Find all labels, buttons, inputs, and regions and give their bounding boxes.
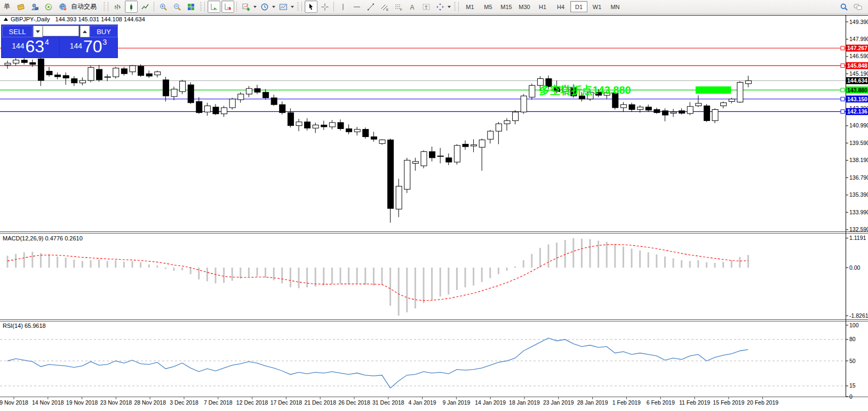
text-label-button[interactable]: T: [420, 1, 433, 13]
toolbar-grip: [454, 2, 456, 12]
auto-scroll-button[interactable]: [208, 1, 220, 13]
highlight-rectangle[interactable]: [696, 86, 731, 94]
rsi-axis-label: 50: [849, 358, 856, 364]
date-label: 12 Dec 2018: [236, 399, 268, 406]
spin-up-icon: [83, 30, 87, 33]
toolbar-grip: [103, 2, 105, 12]
line-handle[interactable]: [841, 64, 845, 68]
timeframe-m15[interactable]: M15: [498, 1, 515, 12]
vertical-line-button[interactable]: [337, 1, 349, 13]
date-label: 18 Jan 2019: [509, 399, 540, 406]
candle: [238, 94, 244, 99]
candle: [671, 112, 676, 113]
candlestick-chart-button[interactable]: [125, 1, 138, 13]
templates-button[interactable]: [277, 1, 290, 13]
experts-button[interactable]: [28, 1, 41, 13]
candle: [454, 146, 460, 162]
cursor-button[interactable]: [305, 1, 317, 13]
buy-price-button[interactable]: 144 70 3: [60, 37, 117, 57]
candle: [71, 78, 77, 83]
spin-down-icon: [36, 30, 40, 33]
rsi-axis-label: 80: [849, 336, 856, 342]
candle: [163, 80, 169, 96]
new-order-button[interactable]: 单: [1, 1, 13, 13]
autotrading-button[interactable]: 自动交易: [56, 1, 101, 13]
timeframe-m5[interactable]: M5: [480, 1, 497, 12]
line-chart-button[interactable]: [139, 1, 152, 13]
date-label: 11 Feb 2019: [679, 399, 710, 406]
arrows-button[interactable]: [434, 1, 447, 13]
text-button[interactable]: A: [406, 1, 419, 13]
bar-chart-button[interactable]: [111, 1, 124, 13]
equidistant-channel-button[interactable]: E: [378, 1, 391, 13]
periods-button[interactable]: [258, 1, 271, 13]
price-tick-label: 147.990: [849, 36, 868, 42]
search-button[interactable]: [838, 1, 850, 13]
new-order-label: 单: [2, 2, 12, 11]
price-tick-label: 133.990: [849, 209, 868, 215]
candle: [246, 88, 252, 94]
candle: [329, 123, 335, 127]
timeframe-h4[interactable]: H4: [552, 1, 569, 12]
candle: [579, 96, 585, 99]
candle: [296, 122, 302, 126]
volume-input[interactable]: 0.10: [43, 26, 79, 36]
price-tick-label: 146.590: [849, 53, 868, 59]
profiles-button[interactable]: [14, 1, 27, 13]
rsi-axis-label: 0: [849, 393, 853, 400]
macd-indicator-label: MACD(12,26,9) 0.4776 0.2610: [3, 235, 83, 241]
line-handle[interactable]: [841, 46, 845, 50]
date-label: 14 Jan 2019: [475, 399, 506, 406]
candle: [521, 96, 527, 112]
timeframe-m30[interactable]: M30: [516, 1, 533, 12]
crosshair-button[interactable]: [318, 1, 331, 13]
templates-dropdown-arrow[interactable]: [291, 6, 294, 8]
toolbar-separator: [236, 2, 237, 12]
timeframe-w1[interactable]: W1: [588, 1, 606, 12]
date-label: 1 Feb 2019: [612, 399, 641, 406]
indicators-button[interactable]: [240, 1, 252, 13]
indicators-dropdown-arrow[interactable]: [253, 6, 257, 8]
candle: [155, 72, 161, 75]
zoom-out-button[interactable]: [171, 1, 184, 13]
horizontal-line-button[interactable]: [351, 1, 363, 13]
collapse-triangle-icon[interactable]: [4, 18, 8, 21]
buy-button[interactable]: BUY: [90, 26, 118, 37]
signals-button[interactable]: [42, 1, 55, 13]
candle: [146, 74, 152, 76]
sell-price-button[interactable]: 144 63 4: [2, 37, 59, 57]
trendline-button[interactable]: [364, 1, 377, 13]
candle: [221, 108, 227, 114]
line-handle[interactable]: [841, 88, 845, 92]
svg-text:T: T: [425, 4, 428, 10]
tile-windows-button[interactable]: [185, 1, 197, 13]
zoom-in-button[interactable]: [157, 1, 170, 13]
line-handle[interactable]: [841, 97, 845, 101]
pivot-annotation[interactable]: 多空转折点143.880: [539, 84, 631, 96]
bar-chart-icon: [113, 3, 122, 11]
chat-button[interactable]: [851, 1, 864, 13]
fibonacci-button[interactable]: F: [392, 1, 405, 13]
arrows-dropdown-arrow[interactable]: [448, 6, 451, 8]
zoom-in-icon: [159, 3, 168, 11]
arrows-icon: [436, 3, 444, 11]
timeframe-mn[interactable]: MN: [607, 1, 624, 12]
rsi-indicator-label: RSI(14) 65.9618: [3, 323, 46, 329]
line-handle[interactable]: [841, 110, 845, 114]
periods-dropdown-arrow[interactable]: [272, 6, 275, 8]
chart-shift-button[interactable]: [221, 1, 234, 13]
volume-increase-button[interactable]: [80, 26, 90, 37]
candle: [396, 186, 402, 209]
timeframe-d1[interactable]: D1: [570, 1, 587, 12]
candle: [204, 106, 210, 112]
sell-button[interactable]: SELL: [2, 26, 33, 37]
candle: [171, 89, 177, 96]
toolbar: 单 自动交易: [0, 0, 868, 14]
chart-canvas[interactable]: 149.390147.990146.590145.190143.790142.3…: [0, 0, 868, 411]
toolbar-separator: [154, 2, 154, 12]
candle: [188, 85, 194, 103]
volume-decrease-button[interactable]: [33, 26, 43, 37]
timeframe-h1[interactable]: H1: [534, 1, 551, 12]
timeframe-m1[interactable]: M1: [461, 1, 479, 12]
auto-scroll-icon: [210, 3, 218, 11]
